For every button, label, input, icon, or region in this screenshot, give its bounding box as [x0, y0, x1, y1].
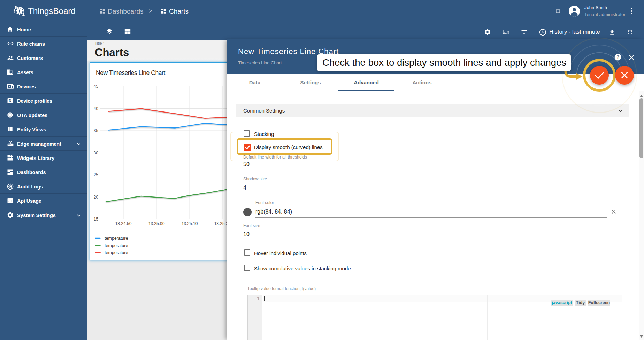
svg-text:13:24:50: 13:24:50: [115, 221, 132, 226]
svg-text:temperature: temperature: [105, 243, 128, 248]
svg-text:25: 25: [94, 172, 99, 177]
svg-text:temperature: temperature: [105, 236, 128, 241]
svg-text:30: 30: [94, 150, 99, 155]
svg-text:temperature: temperature: [105, 250, 128, 255]
svg-text:D: D: [9, 99, 12, 103]
svg-text:15: 15: [94, 217, 99, 222]
svg-text:40: 40: [94, 106, 99, 111]
svg-text:13:25:10: 13:25:10: [182, 221, 198, 226]
svg-text:New Timeseries Line Chart: New Timeseries Line Chart: [96, 69, 165, 76]
svg-text:13:25:00: 13:25:00: [148, 221, 165, 226]
svg-text:45: 45: [94, 84, 99, 89]
svg-text:20: 20: [94, 195, 99, 200]
svg-text:35: 35: [94, 128, 99, 133]
